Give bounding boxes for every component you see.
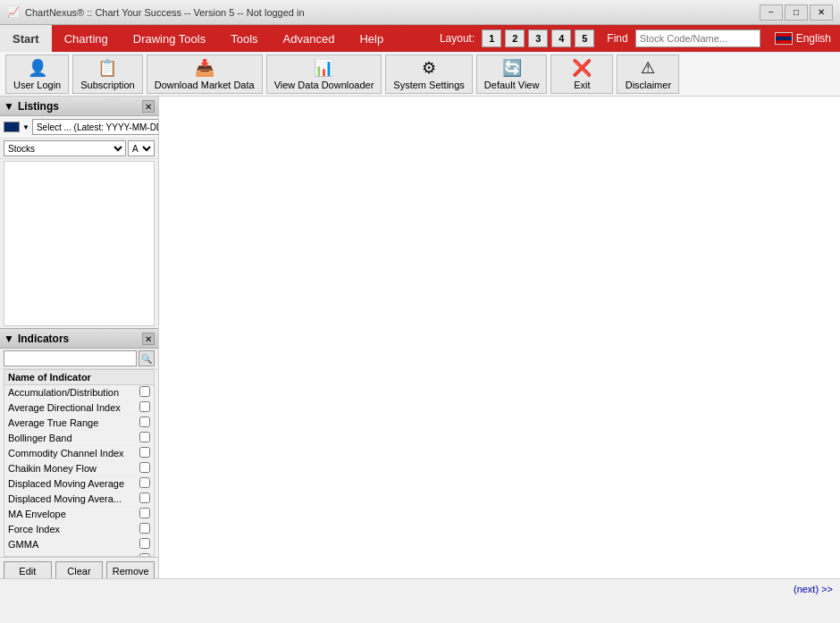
layout-btn-4[interactable]: 4 xyxy=(551,29,571,47)
edit-button[interactable]: Edit xyxy=(4,561,52,578)
indicator-checkbox[interactable] xyxy=(139,538,150,549)
indicator-checkbox[interactable] xyxy=(139,477,150,488)
indicator-row: Force Index xyxy=(4,522,154,537)
indicator-checkbox-cell[interactable] xyxy=(136,537,154,552)
flag-icon xyxy=(775,32,793,45)
indicator-checkbox[interactable] xyxy=(139,417,150,427)
indicator-checkbox[interactable] xyxy=(139,508,150,518)
chart-area xyxy=(159,97,840,578)
indicator-checkbox[interactable] xyxy=(139,493,150,503)
clear-button[interactable]: Clear xyxy=(55,561,104,578)
system-settings-button[interactable]: ⚙ System Settings xyxy=(385,55,472,94)
indicator-name: Bollinger Band xyxy=(4,431,136,446)
disclaimer-button[interactable]: ⚠ Disclaimer xyxy=(617,55,679,94)
language-button[interactable]: English xyxy=(766,25,840,52)
layout-btn-5[interactable]: 5 xyxy=(575,29,594,47)
maximize-button[interactable]: □ xyxy=(785,4,808,21)
menu-item-start[interactable]: Start xyxy=(0,25,52,52)
subscription-button[interactable]: 📋 Subscription xyxy=(72,55,143,94)
indicator-name: Average Directional Index xyxy=(4,400,136,416)
user-login-button[interactable]: 👤 User Login xyxy=(5,55,69,94)
indicator-row: Average Directional Index xyxy=(4,400,154,416)
indicator-checkbox[interactable] xyxy=(139,432,150,442)
menu-item-tools[interactable]: Tools xyxy=(218,25,270,52)
default-view-label: Default View xyxy=(484,80,540,90)
close-button[interactable]: ✕ xyxy=(810,4,833,21)
indicator-check-header xyxy=(136,370,154,385)
app-title: ChartNexus® :: Chart Your Success -- Ver… xyxy=(25,7,305,18)
menu-item-drawing-tools[interactable]: Drawing Tools xyxy=(121,25,218,52)
indicators-title: Indicators xyxy=(18,333,69,345)
listings-close-button[interactable]: ✕ xyxy=(142,100,155,113)
indicator-row: Chaikin Money Flow xyxy=(4,461,154,476)
view-data-downloader-button[interactable]: 📊 View Data Downloader xyxy=(266,55,382,94)
indicator-checkbox[interactable] xyxy=(139,523,150,534)
indicators-search-input[interactable] xyxy=(4,350,137,366)
remove-button[interactable]: Remove xyxy=(106,561,155,578)
find-label: Find xyxy=(607,32,627,45)
menu-item-help[interactable]: Help xyxy=(347,25,396,52)
indicator-checkbox[interactable] xyxy=(139,401,150,412)
indicator-checkbox-cell[interactable] xyxy=(136,522,154,537)
download-market-data-button[interactable]: 📥 Download Market Data xyxy=(147,55,263,94)
minimize-button[interactable]: − xyxy=(760,4,783,21)
indicators-search-button[interactable]: 🔍 xyxy=(139,350,155,366)
indicator-name: Displaced Moving Average xyxy=(4,476,136,492)
next-label[interactable]: (next) >> xyxy=(794,584,833,594)
indicator-checkbox[interactable] xyxy=(139,462,150,473)
indicator-name: Commodity Channel Index xyxy=(4,446,136,461)
stock-select[interactable]: Select ... (Latest: YYYY-MM-DD) xyxy=(32,119,159,135)
default-view-button[interactable]: 🔄 Default View xyxy=(476,55,548,94)
layout-btn-1[interactable]: 1 xyxy=(482,29,501,47)
indicator-checkbox-cell[interactable] xyxy=(136,492,154,507)
listings-controls: ▼ Select ... (Latest: YYYY-MM-DD) xyxy=(0,116,158,139)
indicator-checkbox-cell[interactable] xyxy=(136,446,154,461)
indicator-checkbox-cell[interactable] xyxy=(136,385,154,400)
indicator-name: MA Envelope xyxy=(4,507,136,522)
indicator-name: Force Index xyxy=(4,522,136,537)
language-label: English xyxy=(796,32,831,45)
listings-collapse-arrow[interactable]: ▼ xyxy=(4,100,14,113)
toolbar: 👤 User Login 📋 Subscription 📥 Download M… xyxy=(0,52,840,97)
download-market-data-icon: 📥 xyxy=(195,58,214,78)
download-market-data-label: Download Market Data xyxy=(155,80,255,90)
filter-controls: Stocks ETF Index Futures ABCD EFGH xyxy=(0,139,158,159)
country-flag[interactable] xyxy=(4,122,20,132)
find-input[interactable] xyxy=(635,29,760,47)
indicator-checkbox[interactable] xyxy=(139,447,150,458)
indicator-checkbox-cell[interactable] xyxy=(136,416,154,431)
listings-list[interactable] xyxy=(4,161,155,326)
layout-btn-2[interactable]: 2 xyxy=(505,29,525,47)
layout-label: Layout: xyxy=(440,32,475,45)
layout-btn-3[interactable]: 3 xyxy=(528,29,548,47)
user-login-icon: 👤 xyxy=(28,58,47,78)
alpha-filter-select[interactable]: ABCD EFGH xyxy=(128,140,155,156)
indicator-checkbox[interactable] xyxy=(139,386,150,397)
indicator-checkbox-cell[interactable] xyxy=(136,431,154,446)
indicators-search-bar: 🔍 xyxy=(0,349,158,369)
exit-icon: ❌ xyxy=(572,58,592,78)
indicators-scroll-area[interactable]: Name of Indicator Accumulation/Distribut… xyxy=(4,369,155,557)
indicator-checkbox-cell[interactable] xyxy=(136,507,154,522)
menu-bar: Start Charting Drawing Tools Tools Advan… xyxy=(0,25,840,52)
indicators-footer: Edit Clear Remove xyxy=(0,557,158,578)
category-select[interactable]: Stocks ETF Index Futures xyxy=(4,140,126,156)
indicators-close-button[interactable]: ✕ xyxy=(142,333,155,345)
view-data-downloader-icon: 📊 xyxy=(314,58,333,78)
status-bar: (next) >> xyxy=(0,578,840,598)
listings-title: Listings xyxy=(18,100,59,113)
exit-button[interactable]: ❌ Exit xyxy=(550,55,613,94)
listings-panel: ▼ Listings ✕ ▼ Select ... (Latest: YYYY-… xyxy=(0,97,158,328)
default-view-icon: 🔄 xyxy=(502,58,522,78)
indicators-collapse-arrow[interactable]: ▼ xyxy=(4,333,14,345)
menu-item-advanced[interactable]: Advanced xyxy=(271,25,348,52)
indicator-checkbox-cell[interactable] xyxy=(136,461,154,476)
indicator-checkbox-cell[interactable] xyxy=(136,476,154,492)
indicator-name: Average True Range xyxy=(4,416,136,431)
indicators-header: ▼ Indicators ✕ xyxy=(0,329,158,349)
indicator-checkbox-cell[interactable] xyxy=(136,400,154,416)
subscription-label: Subscription xyxy=(80,80,135,90)
indicators-panel: ▼ Indicators ✕ 🔍 Name of Indicator xyxy=(0,328,158,578)
menu-item-charting[interactable]: Charting xyxy=(52,25,121,52)
dropdown-arrow[interactable]: ▼ xyxy=(22,123,29,131)
